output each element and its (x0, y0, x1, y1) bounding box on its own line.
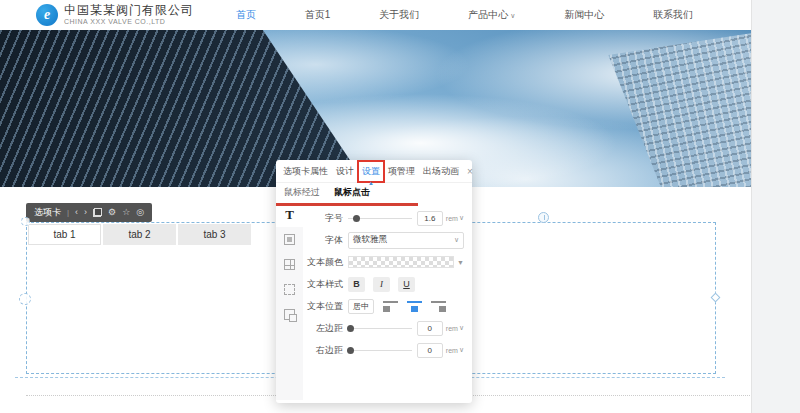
text-position-value[interactable]: 居中 (348, 299, 374, 314)
text-style-row: 文本样式 B I U (303, 273, 464, 295)
editor-canvas: e 中国某某阀门有限公司 CHINA XXX VALVE CO.,LTD 首页 … (0, 0, 800, 413)
subtab-mouse-click[interactable]: 鼠标点击 (334, 186, 370, 199)
subtab-mouse-over[interactable]: 鼠标经过 (284, 186, 320, 199)
company-name-en: CHINA XXX VALVE CO.,LTD (64, 18, 194, 26)
spacing-icon[interactable] (276, 277, 303, 302)
main-nav: 首页 首页1 关于我们 产品中心∨ 新闻中心 联系我们 (236, 8, 693, 22)
panel-tab-settings[interactable]: 设置▲ (362, 165, 380, 178)
align-right-icon[interactable] (431, 300, 446, 313)
site-header: e 中国某某阀门有限公司 CHINA XXX VALVE CO.,LTD 首页 … (0, 0, 751, 30)
annotation-underline (276, 203, 418, 206)
chevron-down-icon: ∨ (459, 214, 464, 222)
nav-item-news[interactable]: 新闻中心 (564, 8, 604, 22)
panel-form: 字号 1.6 rem∨ 字体 微软雅黑∨ 文本颜色 ▼ 文本样式 B (303, 202, 472, 400)
underline-button[interactable]: U (398, 277, 415, 292)
slider-knob[interactable] (347, 347, 354, 354)
corner-icon[interactable] (276, 302, 303, 327)
tab-3[interactable]: tab 3 (178, 224, 251, 245)
text-position-row: 文本位置 居中 (303, 295, 464, 317)
panel-side-icons: T (276, 202, 303, 400)
background-icon[interactable] (276, 227, 303, 252)
bold-button[interactable]: B (348, 277, 365, 292)
font-family-select[interactable]: 微软雅黑∨ (348, 232, 464, 249)
chevron-down-icon: ∨ (454, 236, 459, 244)
resize-handle-left[interactable] (19, 293, 31, 305)
font-size-slider[interactable] (348, 218, 412, 219)
panel-tab-design[interactable]: 设计 (336, 165, 354, 178)
next-arrow-icon[interactable]: › (84, 208, 87, 217)
margin-left-input[interactable]: 0 (417, 321, 443, 336)
font-family-row: 字体 微软雅黑∨ (303, 229, 464, 251)
nav-item-about[interactable]: 关于我们 (379, 8, 419, 22)
margin-right-input[interactable]: 0 (417, 343, 443, 358)
element-toolbar: 选项卡 | ‹ › ⚙ ☆ ◎ (26, 203, 152, 222)
editor-side-strip (751, 0, 800, 413)
divider: | (67, 208, 69, 217)
tab-1[interactable]: tab 1 (28, 224, 101, 245)
margin-left-unit-select[interactable]: rem∨ (446, 324, 464, 332)
nav-item-home1[interactable]: 首页1 (305, 8, 331, 22)
chevron-down-icon[interactable]: ▼ (457, 259, 464, 266)
chevron-down-icon: ∨ (510, 12, 515, 19)
resize-handle-top-left[interactable] (21, 217, 30, 226)
gear-icon[interactable]: ⚙ (108, 208, 116, 217)
slider-knob[interactable] (353, 215, 360, 222)
copy-icon[interactable] (93, 208, 102, 217)
margin-right-unit-select[interactable]: rem∨ (446, 346, 464, 354)
chevron-down-icon: ∨ (459, 346, 464, 354)
prev-arrow-icon[interactable]: ‹ (75, 208, 78, 217)
font-size-row: 字号 1.6 rem∨ (303, 207, 464, 229)
visibility-icon[interactable]: ◎ (136, 208, 144, 217)
text-color-row: 文本颜色 ▼ (303, 251, 464, 273)
margin-left-slider[interactable] (348, 328, 412, 329)
close-icon[interactable]: × (467, 166, 473, 177)
align-left-icon[interactable] (383, 300, 398, 313)
slider-knob[interactable] (347, 325, 354, 332)
margin-left-row: 左边距 0 rem∨ (303, 317, 464, 339)
text-color-swatch[interactable] (348, 256, 454, 268)
margin-right-slider[interactable] (348, 350, 412, 351)
nav-item-home[interactable]: 首页 (236, 8, 256, 22)
panel-tab-entrance-animation[interactable]: 出场动画 (423, 165, 459, 178)
element-toolbar-title: 选项卡 (34, 206, 61, 219)
star-icon[interactable]: ☆ (122, 208, 130, 217)
settings-panel-subtabs: 鼠标经过 鼠标点击 (276, 183, 472, 202)
drag-handle-top-center[interactable] (538, 212, 549, 223)
italic-button[interactable]: I (373, 277, 390, 292)
align-center-icon[interactable] (407, 300, 422, 313)
company-name-cn: 中国某某阀门有限公司 (64, 4, 194, 18)
site-logo[interactable]: e 中国某某阀门有限公司 CHINA XXX VALVE CO.,LTD (36, 4, 194, 26)
panel-tab-properties[interactable]: 选项卡属性 (283, 165, 328, 178)
settings-panel-tabs: 选项卡属性 设计 设置▲ 项管理 出场动画 × (276, 160, 472, 183)
border-icon[interactable] (276, 252, 303, 277)
tab-2[interactable]: tab 2 (103, 224, 176, 245)
margin-right-row: 右边距 0 rem∨ (303, 339, 464, 361)
font-size-unit-select[interactable]: rem∨ (446, 214, 464, 222)
nav-item-products[interactable]: 产品中心∨ (468, 8, 515, 22)
active-tab-pointer-icon: ▲ (368, 180, 374, 186)
nav-item-contact[interactable]: 联系我们 (653, 8, 693, 22)
settings-panel: 选项卡属性 设计 设置▲ 项管理 出场动画 × 鼠标经过 鼠标点击 T 字号 (276, 160, 472, 403)
panel-tab-item-management[interactable]: 项管理 (388, 165, 415, 178)
chevron-down-icon: ∨ (459, 324, 464, 332)
logo-icon: e (36, 4, 58, 26)
font-size-input[interactable]: 1.6 (417, 211, 443, 226)
